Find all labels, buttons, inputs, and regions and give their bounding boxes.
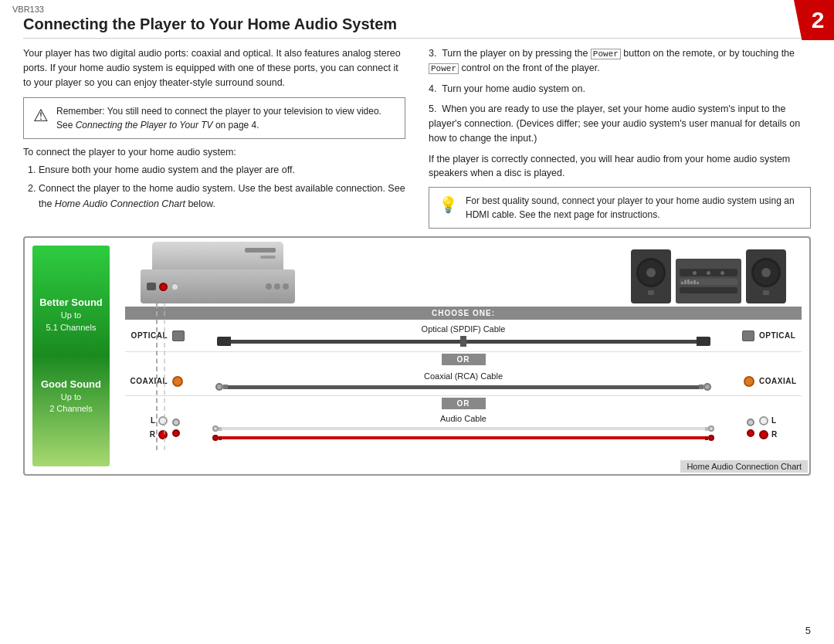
coaxial-cable: Coaxial (RCA) Cable [188,371,739,391]
tip-icon: 💡 [439,195,458,214]
devices-row [125,246,802,303]
top-bar: VBR133 [0,0,834,15]
right-step-5: 5. When you are ready to use the player,… [429,102,811,145]
optical-cable: Optical (SPDIF) Cable [189,324,737,347]
optical-port-right [742,330,754,341]
optical-cable-label: Optical (SPDIF) Cable [422,324,506,334]
step-1: Ensure both your home audio system and t… [39,162,405,178]
audio-plugs-right [747,419,754,437]
tip-text: For best quality sound, connect your pla… [466,194,801,222]
right-step-4: 4. Turn your home audio system on. [429,82,811,97]
steps-intro: To connect the player to your home audio… [23,147,405,158]
or-bar-1: OR [125,354,802,365]
intro-text: Your player has two digital audio ports:… [23,46,405,90]
page-number: 5 [805,625,811,636]
audio-cable-label: Audio Cable [440,414,486,423]
optical-right-label: OPTICAL [759,331,802,340]
page-badge-number: 2 [804,7,825,33]
audio-plugs-left [172,419,180,437]
coaxial-port-right [744,376,754,387]
warning-text: Remember: You still need to connect the … [56,104,395,132]
right-step-3: 3. Turn the player on by pressing the Po… [429,46,811,76]
bluray-player [141,246,310,303]
or-bar-2: OR [125,398,802,409]
col-right: 3. Turn the player on by pressing the Po… [429,46,811,229]
audio-right-labels: L R [759,416,802,439]
optical-port-left [172,330,185,341]
coaxial-right-label: COAXIAL [759,377,802,385]
diagram-caption: Home Audio Connection Chart [680,460,808,473]
main-content: Connecting the Player to Your Home Audio… [0,15,834,229]
page-title: Connecting the Player to Your Home Audio… [23,15,811,39]
two-col-layout: Your player has two digital audio ports:… [23,46,811,229]
step-2: Connect the player to the home audio sys… [39,181,405,212]
choose-one-bar: CHOOSE ONE: [125,307,802,320]
better-sound-sub: Up to5.1 Channels [46,310,97,334]
col-left: Your player has two digital audio ports:… [23,46,405,229]
diagram-right: CHOOSE ONE: OPTICAL Optical (SPDIF) Cabl… [125,246,802,466]
audio-cable-section: L R Audio Cable [125,411,802,444]
coaxial-left-label: COAXIAL [125,377,168,385]
diagram-container: Better Sound Up to5.1 Channels Good Soun… [23,236,811,476]
coaxial-cable-label: Coaxial (RCA) Cable [424,371,503,381]
model-number: VBR133 [12,5,44,14]
coaxial-conn-row: COAXIAL Coaxial (RCA) Cable [125,367,802,396]
green-sidebar: Better Sound Up to5.1 Channels Good Soun… [32,246,110,466]
audio-cable: Audio Cable [185,414,742,441]
optical-left-label: OPTICAL [125,331,168,340]
good-sound-label: Good Sound [41,378,101,390]
connected-text: If the player is correctly connected, yo… [429,152,811,181]
good-sound-sub: Up to2 Channels [49,391,93,415]
warning-box: ⚠ Remember: You still need to connect th… [23,97,405,139]
speaker-system [631,249,786,303]
coaxial-port-left [172,376,183,387]
tip-box: 💡 For best quality sound, connect your p… [429,187,811,229]
optical-conn-row: OPTICAL Optical (SPDIF) Cable [125,320,802,352]
audio-left-labels: L R [125,416,168,439]
warning-icon: ⚠ [33,106,49,126]
better-sound-label: Better Sound [39,297,103,308]
